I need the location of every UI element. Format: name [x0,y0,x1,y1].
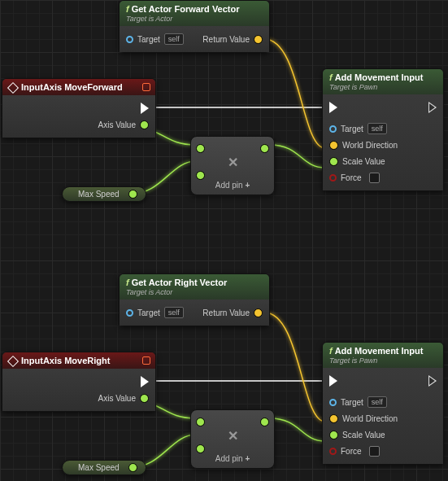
self-box[interactable]: self [164,307,184,318]
multiply-symbol: ✕ [196,155,269,170]
node-subtitle: Target is Pawn [329,83,437,91]
pin-out[interactable] [260,144,269,153]
node-var-maxspeed[interactable]: Max Speed [62,460,146,475]
multiply-symbol: ✕ [196,428,269,444]
node-header: fAdd Movement Input Target is Pawn [323,69,443,94]
node-var-maxspeed[interactable]: Max Speed [62,186,146,202]
var-label: Max Speed [78,190,120,199]
pin-force[interactable] [329,448,337,455]
pin-label: Return Value [202,308,250,317]
plus-icon: + [245,454,250,463]
pin-var-out[interactable] [128,190,137,199]
pin-label: World Direction [342,414,398,423]
pin-scale-value[interactable] [329,431,338,439]
node-title: Add Movement Input [335,72,424,82]
pin-label: Scale Value [342,431,385,439]
pin-return-value[interactable] [254,35,263,44]
node-subtitle: Target is Actor [126,15,263,23]
pin-world-direction[interactable] [329,141,338,150]
pin-label: Axis Value [98,120,136,129]
node-title: Get Actor Forward Vector [132,4,240,14]
plus-icon: + [245,181,250,190]
node-inputaxis-right[interactable]: InputAxis MoveRight Axis Value [2,352,156,412]
var-label: Max Speed [78,463,120,472]
pin-label: Target [341,125,363,133]
event-icon [7,356,19,367]
add-pin-button[interactable]: Add pin + [196,181,269,190]
checkbox-force[interactable] [369,446,380,457]
node-header: fGet Actor Right Vector Target is Actor [120,274,269,300]
pin-axis-value[interactable] [140,394,149,403]
node-add-movement-input[interactable]: fAdd Movement Input Target is Pawn Targe… [322,342,444,465]
pin-return-value[interactable] [254,308,263,317]
pin-label: Force [341,173,362,182]
pin-exec-in[interactable] [329,102,337,113]
function-icon: f [329,72,333,82]
event-icon [7,82,19,94]
node-header: InputAxis MoveRight [2,352,155,369]
self-box[interactable]: self [368,396,387,408]
self-box[interactable]: self [368,123,387,134]
pin-label: World Direction [342,141,398,150]
pin-label: Return Value [202,35,250,44]
add-pin-button[interactable]: Add pin + [196,454,269,463]
node-inputaxis-forward[interactable]: InputAxis MoveForward Axis Value [2,78,156,138]
pin-target[interactable] [329,399,337,406]
pin-label: Target [341,398,363,407]
pin-var-out[interactable] [128,463,137,472]
pin-target[interactable] [126,309,133,317]
pin-label: Force [341,447,362,456]
pin-exec-out[interactable] [141,376,149,387]
node-multiply[interactable]: ✕ Add pin + [190,409,275,469]
breakpoint-icon[interactable] [142,356,150,365]
node-title: Add Movement Input [335,346,424,356]
function-icon: f [126,4,129,14]
node-get-forward-vector[interactable]: fGet Actor Forward Vector Target is Acto… [119,0,270,53]
node-add-movement-input[interactable]: fAdd Movement Input Target is Pawn Targe… [322,68,444,191]
node-header: InputAxis MoveForward [2,79,155,95]
pin-in-a[interactable] [196,144,205,153]
breakpoint-icon[interactable] [142,83,150,91]
self-box[interactable]: self [164,33,184,45]
pin-label: Scale Value [342,157,385,166]
function-icon: f [126,278,129,287]
node-get-right-vector[interactable]: fGet Actor Right Vector Target is Actor … [119,273,270,326]
pin-exec-out[interactable] [428,375,437,387]
node-title: InputAxis MoveRight [21,356,110,365]
pin-label: Axis Value [98,394,136,403]
pin-target[interactable] [329,125,337,133]
pin-axis-value[interactable] [140,120,149,129]
node-title: InputAxis MoveForward [21,82,123,92]
node-header: fAdd Movement Input Target is Pawn [323,343,443,368]
node-header: fGet Actor Forward Vector Target is Acto… [120,1,269,26]
pin-in-a[interactable] [196,418,205,426]
pin-label: Target [137,308,160,317]
pin-exec-out[interactable] [141,103,149,114]
pin-in-b[interactable] [196,171,205,180]
pin-force[interactable] [329,174,337,181]
pin-exec-out[interactable] [428,102,437,113]
pin-target[interactable] [126,36,133,43]
pin-in-b[interactable] [196,444,205,453]
node-multiply[interactable]: ✕ Add pin + [190,136,275,195]
node-title: Get Actor Right Vector [132,278,228,287]
node-subtitle: Target is Pawn [329,356,437,365]
pin-world-direction[interactable] [329,414,338,423]
node-subtitle: Target is Actor [126,288,263,296]
pin-exec-in[interactable] [329,375,337,387]
checkbox-force[interactable] [369,173,380,183]
pin-scale-value[interactable] [329,157,338,166]
function-icon: f [329,346,333,356]
pin-out[interactable] [260,418,269,426]
pin-label: Target [137,35,160,44]
